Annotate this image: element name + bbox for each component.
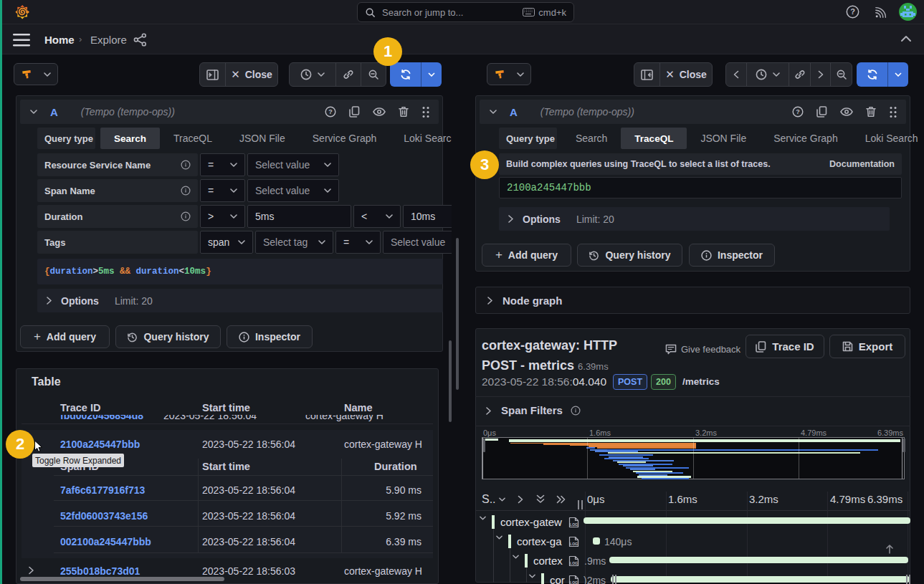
svg-text:LOG: LOG: [570, 542, 578, 546]
svg-text:LOG: LOG: [570, 522, 578, 527]
svg-text:?: ?: [850, 7, 855, 16]
svg-text:?: ?: [796, 108, 800, 115]
svg-text:?: ?: [328, 108, 333, 115]
svg-text:LOG: LOG: [570, 580, 578, 584]
svg-text:LOG: LOG: [570, 561, 578, 565]
